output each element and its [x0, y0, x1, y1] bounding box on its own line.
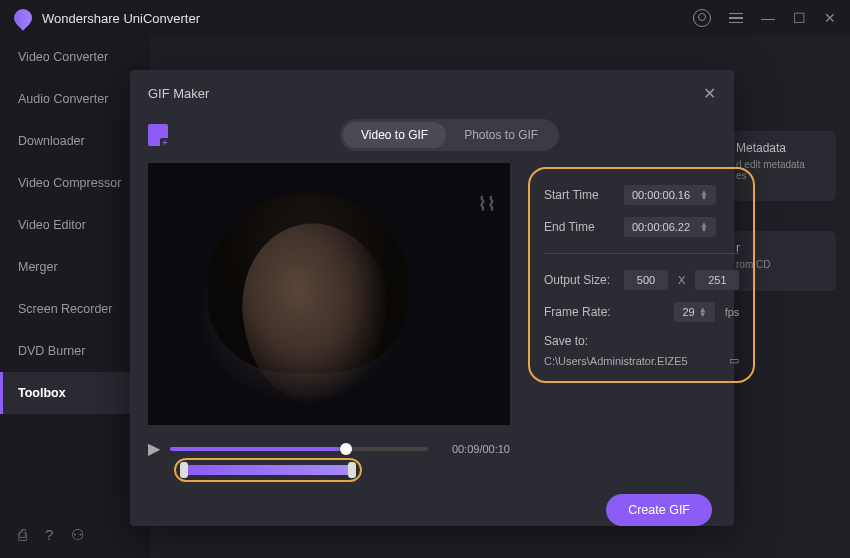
mode-tabs: Video to GIF Photos to GIF — [340, 119, 559, 151]
menu-icon[interactable] — [729, 13, 743, 24]
sidebar-item-toolbox[interactable]: Toolbox — [0, 372, 150, 414]
sidebar: Video Converter Audio Converter Download… — [0, 36, 150, 558]
video-preview[interactable]: ⌇⌇ — [148, 163, 510, 425]
metadata-title: Metadata — [736, 141, 826, 155]
app-title: Wondershare UniConverter — [42, 11, 693, 26]
minimize-button[interactable]: — — [761, 10, 775, 26]
output-size-label: Output Size: — [544, 273, 614, 287]
end-time-input[interactable]: 00:00:06.22 ▲▼ — [624, 217, 716, 237]
save-path-text: C:\Users\Administrator.EIZE5 — [544, 355, 688, 367]
tab-photos-to-gif[interactable]: Photos to GIF — [446, 122, 556, 148]
watermark-icon: ⌇⌇ — [478, 193, 496, 215]
start-time-spinner[interactable]: ▲▼ — [700, 190, 708, 200]
framerate-input[interactable]: 29 ▲▼ — [674, 302, 714, 322]
size-x: X — [678, 274, 685, 286]
help-icon[interactable]: ? — [45, 526, 53, 544]
folder-icon[interactable]: ▭ — [729, 354, 739, 367]
sidebar-item-merger[interactable]: Merger — [0, 246, 150, 288]
trim-control[interactable] — [182, 462, 362, 480]
sidebar-item-screen-recorder[interactable]: Screen Recorder — [0, 288, 150, 330]
add-file-icon[interactable] — [148, 124, 168, 146]
seek-handle[interactable] — [340, 443, 352, 455]
close-icon[interactable]: ✕ — [703, 84, 716, 103]
sidebar-item-video-converter[interactable]: Video Converter — [0, 36, 150, 78]
help-book-icon[interactable]: ⎙ — [18, 526, 27, 544]
play-button[interactable]: ▶ — [148, 439, 160, 458]
close-button[interactable]: ✕ — [824, 10, 836, 26]
width-input[interactable]: 500 — [624, 270, 668, 290]
sidebar-item-dvd-burner[interactable]: DVD Burner — [0, 330, 150, 372]
gif-maker-modal: GIF Maker ✕ Video to GIF Photos to GIF ⌇… — [130, 70, 734, 526]
seek-track[interactable] — [170, 447, 428, 451]
sidebar-item-audio-converter[interactable]: Audio Converter — [0, 78, 150, 120]
divider — [544, 253, 739, 254]
end-time-label: End Time — [544, 220, 614, 234]
tab-video-to-gif[interactable]: Video to GIF — [343, 122, 446, 148]
sidebar-item-downloader[interactable]: Downloader — [0, 120, 150, 162]
create-gif-button[interactable]: Create GIF — [606, 494, 712, 526]
framerate-label: Frame Rate: — [544, 305, 614, 319]
end-time-spinner[interactable]: ▲▼ — [700, 222, 708, 232]
time-display: 00:09/00:10 — [438, 443, 510, 455]
settings-panel: Start Time 00:00:00.16 ▲▼ End Time 00:00… — [528, 167, 755, 383]
start-time-input[interactable]: 00:00:00.16 ▲▼ — [624, 185, 716, 205]
account-icon[interactable] — [693, 9, 711, 27]
trim-range — [182, 465, 354, 475]
start-time-label: Start Time — [544, 188, 614, 202]
fps-label: fps — [725, 306, 740, 318]
trim-start-handle[interactable] — [180, 462, 188, 478]
maximize-button[interactable]: ☐ — [793, 10, 806, 26]
community-icon[interactable]: ⚇ — [71, 526, 84, 544]
app-logo — [10, 5, 35, 30]
trim-end-handle[interactable] — [348, 462, 356, 478]
seek-fill — [170, 447, 340, 451]
modal-title: GIF Maker — [148, 86, 209, 101]
save-to-label: Save to: — [544, 334, 739, 348]
framerate-spinner[interactable]: ▲▼ — [699, 307, 707, 317]
sidebar-item-video-compressor[interactable]: Video Compressor — [0, 162, 150, 204]
sidebar-item-video-editor[interactable]: Video Editor — [0, 204, 150, 246]
height-input[interactable]: 251 — [695, 270, 739, 290]
